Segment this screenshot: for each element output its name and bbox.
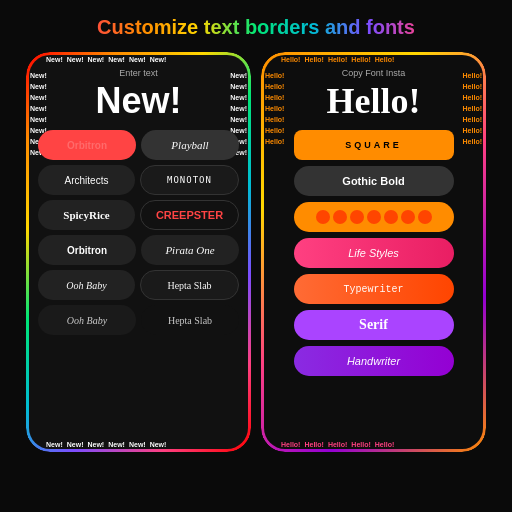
font-btn-hepta-slab2[interactable]: Hepta Slab bbox=[141, 305, 239, 335]
bubble-dot-6 bbox=[401, 210, 415, 224]
bubble-dot-2 bbox=[333, 210, 347, 224]
phones-container: New!New!New!New!New!New! New!New!New!New… bbox=[16, 52, 496, 452]
font-btn-orbitron2[interactable]: Orbitron bbox=[38, 235, 136, 265]
font-btn-playball[interactable]: Playball bbox=[141, 130, 239, 160]
font-btn-square[interactable]: SQUARE bbox=[294, 130, 454, 160]
font-row-4: Orbitron Pirata One bbox=[38, 235, 239, 265]
font-row-3: SpicyRice CREEPSTER bbox=[38, 200, 239, 230]
font-btn-orbitron[interactable]: Orbitron bbox=[38, 130, 136, 160]
font-row-r3 bbox=[273, 202, 474, 232]
ticker-bottom-left: New!New!New!New!New!New! bbox=[46, 441, 166, 448]
phone-left: New!New!New!New!New!New! New!New!New!New… bbox=[26, 52, 251, 452]
display-text-hello: Hello! bbox=[327, 80, 421, 122]
font-buttons-right: SQUARE Gothic Bold bbox=[273, 130, 474, 376]
font-row-6: Ooh Baby Hepta Slab bbox=[38, 305, 239, 335]
bubble-dot-4 bbox=[367, 210, 381, 224]
font-btn-architects[interactable]: Architects bbox=[38, 165, 135, 195]
font-row-2: Architects MONOTON bbox=[38, 165, 239, 195]
font-row-5: Ooh Baby Hepta Slab bbox=[38, 270, 239, 300]
font-btn-ooh-baby[interactable]: Ooh Baby bbox=[38, 270, 135, 300]
bubble-dot-1 bbox=[316, 210, 330, 224]
font-row-r7: Handwriter bbox=[273, 346, 474, 376]
font-btn-spicyrice[interactable]: SpicyRice bbox=[38, 200, 135, 230]
font-btn-life-styles[interactable]: Life Styles bbox=[294, 238, 454, 268]
bubble-dot-5 bbox=[384, 210, 398, 224]
font-btn-pirataone[interactable]: Pirata One bbox=[141, 235, 239, 265]
font-btn-monoton[interactable]: MONOTON bbox=[140, 165, 239, 195]
bubble-dot-3 bbox=[350, 210, 364, 224]
copy-font-label: Copy Font Insta bbox=[342, 68, 406, 78]
phone-right: Hello!Hello!Hello!Hello!Hello! Hello!Hel… bbox=[261, 52, 486, 452]
enter-text-label: Enter text bbox=[119, 68, 158, 78]
font-row-1: Orbitron Playball bbox=[38, 130, 239, 160]
phone-right-content: Copy Font Insta Hello! SQUARE Gothic Bol… bbox=[273, 64, 474, 440]
font-row-r4: Life Styles bbox=[273, 238, 474, 268]
font-buttons-left: Orbitron Playball Architects MONOTON Spi… bbox=[38, 130, 239, 335]
ticker-top-left: New!New!New!New!New!New! bbox=[46, 56, 166, 63]
ticker-bottom-right: Hello!Hello!Hello!Hello!Hello! bbox=[281, 441, 394, 448]
bubble-dot-7 bbox=[418, 210, 432, 224]
page-title: Customize text borders and fonts bbox=[87, 14, 425, 40]
phone-left-content: Enter text New! Orbitron Playball Archit… bbox=[38, 64, 239, 440]
ticker-top-right: Hello!Hello!Hello!Hello!Hello! bbox=[281, 56, 394, 63]
font-btn-serif[interactable]: Serif bbox=[294, 310, 454, 340]
display-text-new: New! bbox=[95, 80, 181, 122]
font-btn-handwriter[interactable]: Handwriter bbox=[294, 346, 454, 376]
font-row-r5: Typewriter bbox=[273, 274, 474, 304]
font-row-r6: Serif bbox=[273, 310, 474, 340]
font-btn-ooh-baby2[interactable]: Ooh Baby bbox=[38, 305, 136, 335]
font-row-r1: SQUARE bbox=[273, 130, 474, 160]
bubble-dots bbox=[316, 210, 432, 224]
font-btn-typewriter[interactable]: Typewriter bbox=[294, 274, 454, 304]
font-btn-gothic-bold[interactable]: Gothic Bold bbox=[294, 166, 454, 196]
font-btn-hepta-slab[interactable]: Hepta Slab bbox=[140, 270, 239, 300]
font-row-r2: Gothic Bold bbox=[273, 166, 474, 196]
font-btn-bubble[interactable] bbox=[294, 202, 454, 232]
font-btn-creepster[interactable]: CREEPSTER bbox=[140, 200, 239, 230]
